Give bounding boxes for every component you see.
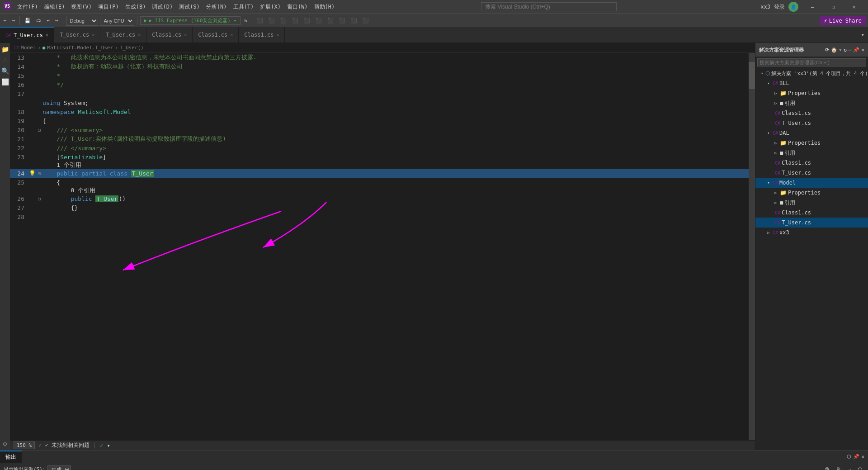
login-button[interactable]: 登录 [774,3,785,11]
menu-build[interactable]: 生成(B) [123,2,149,12]
toolbar-save-all[interactable]: 🗂 [34,17,43,24]
tree-dal-ref[interactable]: ▷ ■ 引用 [755,148,868,158]
menu-window[interactable]: 窗口(W) [284,2,311,12]
sol-filter-icon[interactable]: ▿ [839,47,842,53]
toolbar-icon-3[interactable]: ⬛ [278,17,288,24]
output-copy-btn[interactable]: ⎘ [834,465,843,470]
toolbar-redo[interactable]: ↪ [53,17,60,24]
toolbar-icon-7[interactable]: ⬛ [326,17,335,24]
menu-extensions[interactable]: 扩展(X) [257,2,283,12]
line-fold-20[interactable]: ⊟ [36,128,42,133]
menu-debug[interactable]: 调试(D) [149,2,175,12]
tab-close-1[interactable]: ✕ [46,33,48,38]
line-code-ref1[interactable]: 1 个引用 [42,161,749,169]
sol-close-icon[interactable]: ✕ [861,47,864,53]
toolbar-undo[interactable]: ↩ [45,17,52,24]
live-share-button[interactable]: ⚡ Live Share [820,16,866,25]
tree-solution-root[interactable]: ▾ ⬡ 解决方案 'xx3'(第 4 个项目，共 4 个) [755,68,868,78]
output-panel-pin[interactable]: 📌 [853,454,859,460]
sol-refresh-icon[interactable]: ↻ [844,47,847,53]
tree-model-tuser[interactable]: C# T_User.cs [755,218,868,228]
tree-model-properties[interactable]: ▷ 📁 Properties [755,188,868,198]
line-gutter-24[interactable]: 💡 [28,170,36,176]
toolbar-save[interactable]: 💾 [23,17,33,24]
menu-test[interactable]: 测试(S) [176,2,203,12]
tab-close-3[interactable]: ✕ [138,32,141,37]
toolbar-icon-5[interactable]: ⬛ [302,17,312,24]
tab-close-2[interactable]: ✕ [92,32,94,37]
tab-class1-cs-3[interactable]: Class1.cs ✕ [239,27,285,43]
tree-dal-class1[interactable]: C# Class1.cs [755,158,868,168]
output-panel-float[interactable]: ⬡ [847,454,851,460]
sol-pin-icon[interactable]: 📌 [853,47,859,53]
menu-project[interactable]: 项目(P) [95,2,122,12]
tree-bll-class1[interactable]: C# Class1.cs [755,108,868,118]
tab-t-user-cs-2[interactable]: T_User.cs ✕ [54,27,100,43]
toolbar-icon-2[interactable]: ⬛ [267,17,277,24]
tab-t-user-cs-1[interactable]: C# T_User.cs ✕ [0,27,54,43]
tree-bll-properties[interactable]: ▷ 📁 Properties [755,88,868,98]
activity-solution-explorer[interactable]: 📁 [0,45,9,54]
sol-home-icon[interactable]: 🏠 [831,47,837,53]
toolbar-icon-10[interactable]: ⬛ [361,17,371,24]
output-panel-close[interactable]: ✕ [861,454,864,460]
activity-git[interactable]: ⑃ [0,56,9,65]
global-search-input[interactable] [481,2,617,11]
output-tab-output[interactable]: 输出 [0,451,22,463]
user-avatar[interactable]: 👤 [788,2,798,12]
output-source-select[interactable]: 生成 [47,465,71,470]
debug-config-select[interactable]: Debug Release [66,16,98,26]
editor-vertical-scrollbar[interactable] [749,53,755,440]
toolbar-icon-4[interactable]: ⬛ [290,17,300,24]
tree-bll[interactable]: ▾ C# BLL [755,78,868,88]
solution-search-input[interactable] [757,58,866,66]
toolbar-forward[interactable]: → [10,17,17,24]
tree-bll-ref[interactable]: ▷ ■ 引用 [755,98,868,108]
breadcrumb-namespace[interactable]: Maticsoft.Model.T_User [47,45,113,51]
menu-tools[interactable]: 工具(T) [231,2,257,12]
tab-t-user-cs-3[interactable]: T_User.cs ✕ [100,27,146,43]
tab-overflow-button[interactable]: ▾ [858,27,868,43]
scrollbar-thumb[interactable] [749,62,755,89]
sol-collapse-icon[interactable]: — [849,47,852,53]
toolbar-icon-1[interactable]: ⬛ [255,17,265,24]
tree-model[interactable]: ▾ C# Model [755,178,868,188]
toolbar-icon-8[interactable]: ⬛ [337,17,347,24]
tab-close-4[interactable]: ✕ [184,32,187,37]
menu-file[interactable]: 文件(F) [14,2,41,12]
activity-search[interactable]: 🔍 [0,66,9,76]
toolbar-icon-9[interactable]: ⬛ [349,17,359,24]
toolbar-refresh[interactable]: ↻ [242,17,249,24]
output-open-btn[interactable]: ⬡ [855,465,864,470]
run-button[interactable]: ▶ ▶ IIS Express (360安全浏览器) ▾ [140,16,241,25]
line-code-ref2[interactable]: 0 个引用 [42,186,749,195]
tree-dal[interactable]: ▾ C# DAL [755,128,868,138]
activity-extensions[interactable]: ⬜ [0,77,9,86]
line-fold-26[interactable]: ⊟ [36,196,42,201]
close-button[interactable]: ✕ [844,0,864,14]
breadcrumb-model[interactable]: Model [21,45,36,51]
tab-class1-cs-2[interactable]: Class1.cs ✕ [193,27,239,43]
tree-model-ref[interactable]: ▷ ■ 引用 [755,198,868,208]
tab-close-6[interactable]: ✕ [276,32,279,37]
code-lines-container[interactable]: 13 * 此技术信息为本公司机密信息，未经本公司书面同意禁止向第三方披露. 14… [10,53,749,440]
breadcrumb-method[interactable]: T_User() [120,45,144,51]
activity-settings[interactable]: ⚙ [0,439,9,448]
platform-select[interactable]: Any CPU [100,16,134,26]
tree-dal-tuser[interactable]: C# T_User.cs [755,168,868,178]
tree-model-class1[interactable]: C# Class1.cs [755,208,868,218]
menu-view[interactable]: 视图(V) [68,2,94,12]
menu-edit[interactable]: 编辑(E) [42,2,68,12]
menu-analyze[interactable]: 分析(N) [203,2,230,12]
toolbar-back[interactable]: ← [2,17,9,24]
line-fold-24[interactable]: ⊟ [36,171,42,176]
tree-xx3[interactable]: ▷ C# xx3 [755,228,868,237]
zoom-level[interactable]: 150 % [14,442,35,449]
tab-class1-cs-1[interactable]: Class1.cs ✕ [146,27,193,43]
menu-help[interactable]: 帮助(H) [311,2,338,12]
sol-sync-icon[interactable]: ⟳ [825,47,829,53]
output-wrap-btn[interactable]: ↵ [844,465,854,470]
toolbar-icon-6[interactable]: ⬛ [314,17,324,24]
maximize-button[interactable]: □ [823,0,844,14]
tab-close-5[interactable]: ✕ [230,32,233,37]
